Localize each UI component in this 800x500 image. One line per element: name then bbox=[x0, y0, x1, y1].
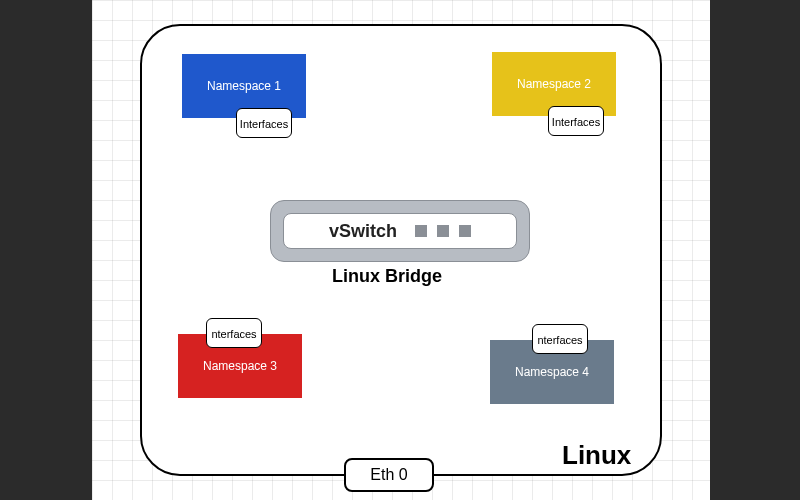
canvas-page: Namespace 1 Namespace 2 Namespace 3 Name… bbox=[92, 0, 710, 500]
switch-ports-icon bbox=[415, 225, 471, 237]
vswitch-label: vSwitch bbox=[329, 221, 397, 242]
interface-2[interactable]: Interfaces bbox=[548, 106, 604, 136]
bridge-label: Linux Bridge bbox=[332, 266, 442, 287]
vswitch-face: vSwitch bbox=[283, 213, 517, 249]
interface-1[interactable]: Interfaces bbox=[236, 108, 292, 138]
vswitch[interactable]: vSwitch bbox=[270, 200, 530, 262]
interface-4[interactable]: nterfaces bbox=[532, 324, 588, 354]
os-label: Linux bbox=[562, 440, 631, 471]
eth0-port[interactable]: Eth 0 bbox=[344, 458, 434, 492]
interface-3[interactable]: nterfaces bbox=[206, 318, 262, 348]
